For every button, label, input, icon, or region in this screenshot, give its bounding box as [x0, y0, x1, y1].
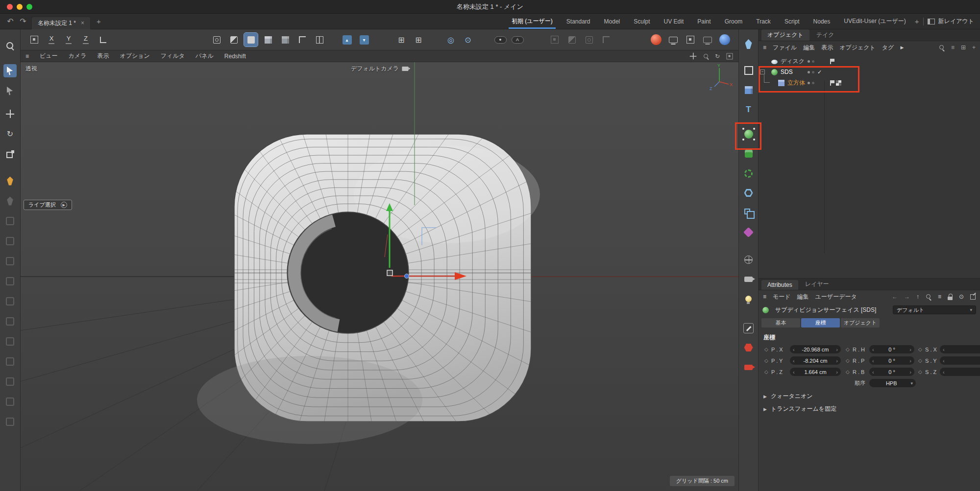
- menu-userdata[interactable]: ユーザーデータ: [815, 293, 857, 301]
- keyframe-diamond[interactable]: ◇: [764, 358, 771, 363]
- object-name-selected[interactable]: SDS: [781, 69, 793, 75]
- layout-tab-script[interactable]: Script: [778, 14, 807, 29]
- spline-pen-icon[interactable]: [742, 37, 756, 51]
- subdivision-surface-icon[interactable]: [742, 127, 756, 141]
- menu-panel[interactable]: パネル: [196, 52, 214, 60]
- expand-hint-icon[interactable]: ▶: [61, 202, 67, 208]
- parent-object-icon[interactable]: ↑: [916, 293, 919, 300]
- path-selection-tool-icon[interactable]: [3, 84, 17, 97]
- tab-coordinates[interactable]: 座標: [801, 318, 840, 327]
- target-icon[interactable]: ⊙: [959, 293, 964, 300]
- increment-arrow[interactable]: ›: [909, 369, 911, 375]
- modeling-tool-icon[interactable]: [3, 335, 17, 348]
- increment-arrow[interactable]: ›: [836, 347, 838, 352]
- increment-arrow[interactable]: ›: [909, 347, 911, 352]
- model-mode-icon[interactable]: [227, 33, 241, 47]
- edit-render-settings-icon[interactable]: [718, 33, 732, 47]
- volume-builder-icon[interactable]: [742, 186, 756, 200]
- measure-tool-icon[interactable]: [599, 33, 613, 47]
- search-icon[interactable]: [926, 294, 931, 300]
- panel-menu-icon[interactable]: ≡: [763, 44, 766, 51]
- object-row-cube[interactable]: 立方体: [759, 77, 980, 88]
- add-layout-button[interactable]: +: [915, 17, 919, 25]
- weight-tool-icon[interactable]: [565, 33, 579, 47]
- redo-icon[interactable]: ↷: [19, 17, 27, 26]
- preset-dropdown[interactable]: デフォルト ▾: [893, 305, 976, 314]
- visibility-dots[interactable]: [808, 82, 814, 84]
- quantize-grid-icon[interactable]: ⊞: [412, 33, 425, 47]
- menu-tags[interactable]: タグ: [882, 44, 894, 52]
- search-icon[interactable]: [939, 45, 945, 50]
- material-pencil-icon[interactable]: [742, 321, 756, 335]
- collapse-arrow-icon[interactable]: ▶: [763, 394, 767, 399]
- polygon-pen-tool-icon[interactable]: [3, 174, 17, 187]
- menu-file[interactable]: ファイル: [773, 44, 797, 52]
- modeling-tool-icon[interactable]: [3, 315, 17, 328]
- visibility-dots[interactable]: [808, 71, 814, 73]
- add-object-icon[interactable]: +: [972, 44, 976, 51]
- viewport-frame-icon[interactable]: [27, 33, 41, 47]
- freeze-transform-section[interactable]: ▶ トランスフォームを固定: [759, 401, 980, 414]
- menu-display[interactable]: 表示: [97, 52, 109, 60]
- rb-value[interactable]: 0 °: [874, 369, 910, 375]
- coordinate-system-icon[interactable]: [96, 33, 110, 47]
- hierarchy-up-icon[interactable]: ▴: [340, 33, 354, 47]
- axis-mode-icon[interactable]: A: [511, 33, 524, 47]
- px-value[interactable]: -20.968 cm: [795, 347, 836, 352]
- pan-view-icon[interactable]: [690, 53, 697, 60]
- maximize-window-button[interactable]: [26, 4, 32, 10]
- modeling-tool-icon[interactable]: [3, 255, 17, 268]
- object-row-sds[interactable]: − SDS ✓: [759, 67, 980, 77]
- menu-edit[interactable]: 編集: [803, 44, 815, 52]
- keyframe-diamond[interactable]: ◇: [846, 347, 853, 352]
- keyframe-diamond[interactable]: ◇: [764, 347, 771, 352]
- zoom-view-icon[interactable]: [703, 53, 709, 59]
- modeling-tool-icon[interactable]: [3, 355, 17, 368]
- modeling-tool-icon[interactable]: [3, 395, 17, 408]
- workplane-mode-icon[interactable]: [261, 33, 275, 47]
- layout-tab-sculpt[interactable]: Sculpt: [627, 14, 657, 29]
- points-mode-icon[interactable]: [278, 33, 292, 47]
- visibility-dots[interactable]: [808, 60, 814, 63]
- render-view-icon[interactable]: [649, 33, 663, 47]
- menu-redshift[interactable]: Redshift: [224, 53, 246, 60]
- live-selection-tool-icon[interactable]: [3, 64, 17, 77]
- plane-primitive-icon[interactable]: [742, 64, 756, 77]
- snap-settings-icon[interactable]: ⊙: [461, 33, 475, 47]
- py-value[interactable]: -8.204 cm: [795, 358, 836, 364]
- new-window-icon[interactable]: [970, 294, 976, 300]
- rh-value[interactable]: 0 °: [874, 347, 910, 352]
- modeling-tool-icon[interactable]: [3, 275, 17, 288]
- move-tool-icon[interactable]: [3, 107, 17, 120]
- keyframe-diamond[interactable]: ◇: [918, 358, 925, 363]
- tab-attributes[interactable]: Attributes: [761, 280, 798, 290]
- add-document-tab-button[interactable]: +: [97, 17, 101, 25]
- menu-mode[interactable]: モード: [773, 293, 791, 301]
- text-object-icon[interactable]: T: [742, 103, 756, 117]
- menu-camera[interactable]: カメラ: [69, 52, 87, 60]
- phong-tag-icon[interactable]: [836, 80, 841, 86]
- tab-objects[interactable]: オブジェクト: [761, 29, 809, 41]
- layout-tab-track[interactable]: Track: [749, 14, 778, 29]
- snap-enable-icon[interactable]: ◎: [444, 33, 458, 47]
- lock-z-axis-button[interactable]: Z: [79, 33, 93, 47]
- modeling-tool-icon[interactable]: [3, 415, 17, 428]
- layout-tab-startup[interactable]: 初期 (ユーザー): [505, 14, 560, 29]
- layout-tab-standard[interactable]: Standard: [560, 14, 597, 29]
- quaternion-section[interactable]: ▶ クォータニオン: [759, 389, 980, 401]
- modeling-tool-icon[interactable]: [3, 214, 17, 228]
- rb-input[interactable]: ‹0 °›: [869, 368, 914, 376]
- rh-input[interactable]: ‹0 °›: [869, 345, 914, 353]
- menu-edit[interactable]: 編集: [797, 293, 809, 301]
- increment-arrow[interactable]: ›: [836, 369, 838, 375]
- menu-filter[interactable]: フィルタ: [161, 52, 185, 60]
- rotate-tool-icon[interactable]: ↻: [3, 127, 17, 140]
- pz-input[interactable]: ‹1.664 cm›: [790, 368, 841, 376]
- collapse-arrow-icon[interactable]: ▶: [763, 407, 767, 412]
- menu-more-arrow[interactable]: ▶: [900, 45, 904, 50]
- close-tab-icon[interactable]: ×: [81, 20, 84, 26]
- layout-tab-paint[interactable]: Paint: [690, 14, 717, 29]
- redshift-material-icon[interactable]: [742, 341, 756, 354]
- close-window-button[interactable]: [7, 4, 13, 10]
- interactive-render-region-icon[interactable]: [684, 33, 697, 47]
